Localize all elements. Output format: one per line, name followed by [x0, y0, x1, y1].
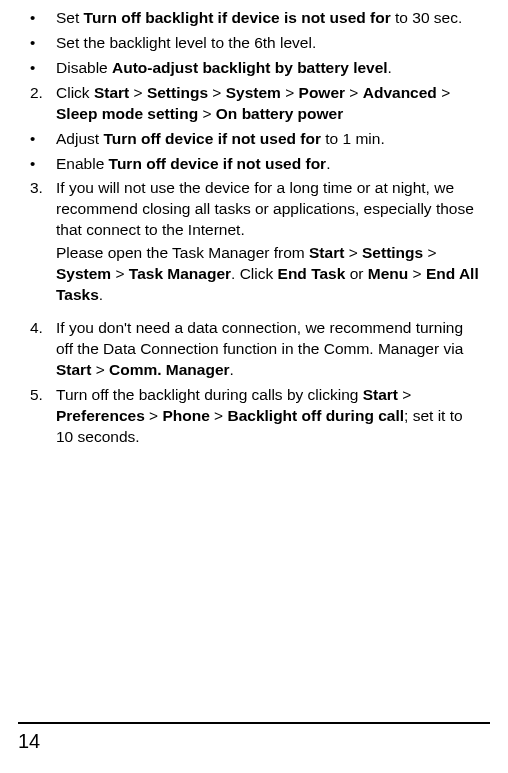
- bold-text: Start: [56, 361, 91, 378]
- body-text: .: [99, 286, 103, 303]
- body-text: Disable: [56, 59, 112, 76]
- numbered-item: 5.Turn off the backlight during calls by…: [28, 385, 480, 450]
- body-text: >: [345, 84, 363, 101]
- bullet-marker: [28, 154, 56, 177]
- paragraph: Set the backlight level to the 6th level…: [56, 33, 480, 54]
- bullet-marker: [28, 129, 56, 152]
- item-content: Turn off the backlight during calls by c…: [56, 385, 480, 450]
- body-text: If you don't need a data connection, we …: [56, 319, 463, 357]
- item-content: If you don't need a data connection, we …: [56, 318, 480, 383]
- bold-text: Start: [363, 386, 398, 403]
- paragraph: If you don't need a data connection, we …: [56, 318, 480, 381]
- paragraph: Set Turn off backlight if device is not …: [56, 8, 480, 29]
- bold-text: Turn off backlight if device is not used…: [84, 9, 391, 26]
- bold-text: Backlight off during call: [227, 407, 404, 424]
- body-text: to 30 sec.: [391, 9, 463, 26]
- body-text: >: [281, 84, 299, 101]
- footer-rule: [18, 722, 490, 724]
- body-text: >: [398, 386, 411, 403]
- paragraph: Turn off the backlight during calls by c…: [56, 385, 480, 448]
- bold-text: System: [56, 265, 111, 282]
- paragraph: Enable Turn off device if not used for.: [56, 154, 480, 175]
- paragraph: If you will not use the device for a lon…: [56, 178, 480, 241]
- body-text: >: [91, 361, 109, 378]
- body-text: >: [408, 265, 426, 282]
- paragraph: Click Start > Settings > System > Power …: [56, 83, 480, 125]
- number-marker: 4.: [28, 318, 56, 383]
- bold-text: Phone: [162, 407, 209, 424]
- bullet-marker: [28, 58, 56, 81]
- item-content: Enable Turn off device if not used for.: [56, 154, 480, 177]
- bold-text: Task Manager: [129, 265, 231, 282]
- bullet-marker: [28, 8, 56, 31]
- item-content: If you will not use the device for a lon…: [56, 178, 480, 308]
- bold-text: Advanced: [363, 84, 437, 101]
- body-text: Please open the Task Manager from: [56, 244, 309, 261]
- body-text: .: [388, 59, 392, 76]
- body-text: >: [437, 84, 450, 101]
- body-text: >: [423, 244, 436, 261]
- bold-text: Settings: [362, 244, 423, 261]
- body-text: >: [198, 105, 216, 122]
- paragraph: Please open the Task Manager from Start …: [56, 243, 480, 306]
- page-footer: 14: [0, 722, 508, 755]
- spacer: [28, 310, 480, 318]
- body-text: Set: [56, 9, 84, 26]
- item-content: Click Start > Settings > System > Power …: [56, 83, 480, 127]
- body-text: Set the backlight level to the 6th level…: [56, 34, 316, 51]
- bold-text: Auto-adjust backlight by battery level: [112, 59, 388, 76]
- bold-text: Preferences: [56, 407, 145, 424]
- bold-text: System: [226, 84, 281, 101]
- body-text: Enable: [56, 155, 109, 172]
- bold-text: Menu: [368, 265, 408, 282]
- bold-text: Turn off device if not used for: [103, 130, 321, 147]
- body-text: >: [145, 407, 163, 424]
- item-content: Set the backlight level to the 6th level…: [56, 33, 480, 56]
- body-text: >: [111, 265, 129, 282]
- bold-text: Start: [309, 244, 344, 261]
- bullet-item: Adjust Turn off device if not used for t…: [28, 129, 480, 152]
- body-text: >: [129, 84, 147, 101]
- bold-text: Sleep mode setting: [56, 105, 198, 122]
- item-content: Set Turn off backlight if device is not …: [56, 8, 480, 31]
- body-text: >: [208, 84, 226, 101]
- body-text: .: [326, 155, 330, 172]
- bullet-item: Disable Auto-adjust backlight by battery…: [28, 58, 480, 81]
- bold-text: Power: [299, 84, 346, 101]
- page-number: 14: [0, 728, 508, 755]
- body-text: Adjust: [56, 130, 103, 147]
- numbered-item: 2.Click Start > Settings > System > Powe…: [28, 83, 480, 127]
- paragraph: Adjust Turn off device if not used for t…: [56, 129, 480, 150]
- paragraph: Disable Auto-adjust backlight by battery…: [56, 58, 480, 79]
- body-text: .: [230, 361, 234, 378]
- item-content: Adjust Turn off device if not used for t…: [56, 129, 480, 152]
- body-text: If you will not use the device for a lon…: [56, 179, 474, 238]
- bold-text: Turn off device if not used for: [109, 155, 327, 172]
- bold-text: On battery power: [216, 105, 343, 122]
- body-text: Click: [56, 84, 94, 101]
- body-text: . Click: [231, 265, 278, 282]
- numbered-item: 3.If you will not use the device for a l…: [28, 178, 480, 308]
- number-marker: 2.: [28, 83, 56, 127]
- bullet-item: Enable Turn off device if not used for.: [28, 154, 480, 177]
- item-content: Disable Auto-adjust backlight by battery…: [56, 58, 480, 81]
- body-text: to 1 min.: [321, 130, 385, 147]
- body-text: or: [345, 265, 367, 282]
- bullet-item: Set Turn off backlight if device is not …: [28, 8, 480, 31]
- page-body: Set Turn off backlight if device is not …: [0, 0, 508, 450]
- bold-text: End Task: [278, 265, 346, 282]
- bullet-item: Set the backlight level to the 6th level…: [28, 33, 480, 56]
- body-text: >: [344, 244, 362, 261]
- bold-text: Comm. Manager: [109, 361, 230, 378]
- bold-text: Start: [94, 84, 129, 101]
- bold-text: Settings: [147, 84, 208, 101]
- body-text: >: [210, 407, 228, 424]
- bullet-marker: [28, 33, 56, 56]
- body-text: Turn off the backlight during calls by c…: [56, 386, 363, 403]
- number-marker: 5.: [28, 385, 56, 450]
- numbered-item: 4.If you don't need a data connection, w…: [28, 318, 480, 383]
- number-marker: 3.: [28, 178, 56, 308]
